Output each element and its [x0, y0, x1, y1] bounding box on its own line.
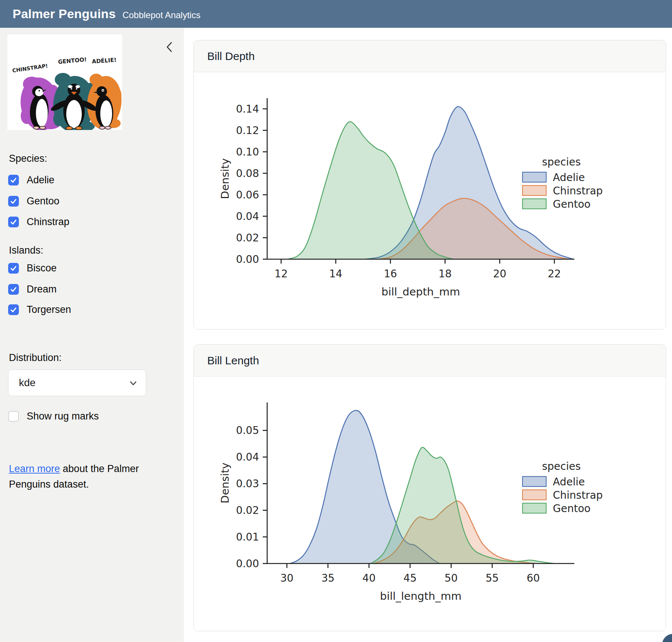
svg-text:14: 14: [329, 268, 343, 280]
sidebar: CHINSTRAP! GENTOO! ADÉLIE! Species: Adel…: [0, 28, 184, 642]
svg-text:Gentoo: Gentoo: [553, 502, 591, 515]
gentoo-checkbox[interactable]: [8, 196, 19, 207]
svg-text:bill_depth_mm: bill_depth_mm: [382, 285, 460, 298]
svg-text:0.04: 0.04: [236, 210, 259, 223]
app-title: Palmer Penguins: [13, 7, 116, 21]
chinstrap-checkbox-label: Chinstrap: [27, 216, 70, 228]
app-header: Palmer Penguins Cobblepot Analytics: [0, 0, 672, 28]
checkbox-row-dream[interactable]: Dream: [8, 284, 57, 295]
bill-length-card: Bill Length 30354045505560bill_length_mm…: [194, 344, 666, 631]
bill-length-density-plot: 30354045505560bill_length_mm0.000.010.02…: [197, 377, 659, 631]
svg-text:20: 20: [493, 268, 507, 280]
bill-depth-card: Bill Depth 121416182022bill_depth_mm0.00…: [194, 40, 666, 330]
svg-text:species: species: [542, 156, 581, 168]
svg-text:0.00: 0.00: [236, 253, 259, 265]
checkbox-row-torgersen[interactable]: Torgersen: [8, 304, 71, 315]
adelie-checkbox-label: Adelie: [27, 174, 54, 186]
species-group-label: Species:: [9, 153, 47, 164]
svg-text:0.00: 0.00: [236, 558, 259, 570]
torgersen-checkbox-label: Torgersen: [27, 304, 71, 315]
svg-text:22: 22: [548, 268, 561, 280]
svg-text:40: 40: [362, 572, 376, 584]
svg-text:0.10: 0.10: [236, 146, 259, 158]
svg-text:0.12: 0.12: [236, 124, 259, 137]
svg-text:Density: Density: [219, 158, 231, 199]
svg-text:species: species: [542, 460, 581, 472]
checkmark-icon: [10, 285, 17, 293]
bill-depth-density-plot: 121416182022bill_depth_mm0.000.020.040.0…: [197, 72, 659, 330]
svg-text:18: 18: [439, 268, 452, 280]
checkmark-icon: [10, 218, 17, 226]
svg-text:Chinstrap: Chinstrap: [553, 185, 603, 197]
dream-checkbox-label: Dream: [27, 284, 57, 295]
svg-text:0.06: 0.06: [236, 189, 259, 201]
svg-text:30: 30: [280, 572, 293, 584]
app-window: Palmer Penguins Cobblepot Analytics: [0, 0, 672, 642]
adelie-checkbox[interactable]: [8, 175, 19, 185]
svg-text:0.08: 0.08: [236, 167, 259, 180]
rug-marks-checkbox-label: Show rug marks: [27, 411, 99, 422]
bill-length-card-header: Bill Length: [194, 345, 666, 377]
svg-text:0.01: 0.01: [236, 531, 259, 543]
penguin-artwork: CHINSTRAP! GENTOO! ADÉLIE!: [7, 34, 122, 130]
sidebar-footer-note: Learn more about the Palmer Penguins dat…: [9, 461, 171, 492]
islands-group-label: Islands:: [9, 245, 43, 256]
svg-text:45: 45: [403, 572, 417, 584]
svg-text:bill_length_mm: bill_length_mm: [380, 590, 462, 602]
svg-text:0.03: 0.03: [236, 478, 259, 490]
svg-text:0.05: 0.05: [236, 424, 259, 437]
svg-text:Adelie: Adelie: [553, 476, 585, 488]
checkmark-icon: [10, 197, 17, 205]
dream-checkbox[interactable]: [8, 284, 19, 295]
bill-depth-card-title: Bill Depth: [207, 50, 255, 63]
checkmark-icon: [10, 264, 17, 272]
svg-text:0.02: 0.02: [236, 504, 259, 516]
distribution-label: Distribution:: [9, 352, 62, 364]
app-subtitle: Cobblepot Analytics: [122, 10, 201, 20]
svg-text:0.14: 0.14: [236, 103, 259, 115]
distribution-select[interactable]: kde: [8, 370, 146, 396]
svg-text:Density: Density: [219, 462, 231, 503]
svg-text:Adelie: Adelie: [553, 171, 585, 184]
checkbox-row-gentoo[interactable]: Gentoo: [8, 195, 60, 207]
learn-more-link[interactable]: Learn more: [9, 463, 60, 474]
svg-text:Chinstrap: Chinstrap: [553, 489, 603, 501]
distribution-selected-value: kde: [19, 377, 36, 389]
gentoo-checkbox-label: Gentoo: [27, 195, 60, 207]
checkmark-icon: [10, 176, 17, 184]
svg-text:16: 16: [384, 268, 397, 280]
bill-length-card-body: 30354045505560bill_length_mm0.000.010.02…: [194, 377, 666, 631]
bill-depth-card-header: Bill Depth: [194, 40, 666, 72]
biscoe-checkbox[interactable]: [8, 263, 19, 274]
svg-text:12: 12: [275, 268, 288, 280]
svg-text:35: 35: [321, 572, 335, 584]
main-content: Bill Depth 121416182022bill_depth_mm0.00…: [184, 28, 672, 642]
svg-text:60: 60: [527, 572, 540, 584]
checkbox-row-adelie[interactable]: Adelie: [8, 174, 54, 186]
checkbox-row-rug-marks[interactable]: Show rug marks: [8, 411, 99, 422]
chevron-down-icon: [128, 378, 138, 388]
svg-text:0.04: 0.04: [236, 451, 259, 463]
svg-text:55: 55: [485, 572, 499, 584]
chevron-left-icon: [164, 40, 175, 54]
biscoe-checkbox-label: Biscoe: [27, 263, 57, 274]
checkbox-row-biscoe[interactable]: Biscoe: [8, 263, 57, 274]
bill-depth-card-body: 121416182022bill_depth_mm0.000.020.040.0…: [194, 72, 666, 330]
bill-length-card-title: Bill Length: [207, 354, 259, 367]
svg-text:50: 50: [444, 572, 458, 584]
chinstrap-checkbox[interactable]: [8, 217, 19, 227]
svg-text:0.02: 0.02: [236, 232, 259, 244]
rug-marks-checkbox[interactable]: [8, 411, 19, 422]
checkmark-icon: [10, 306, 17, 314]
svg-text:Gentoo: Gentoo: [553, 198, 591, 210]
checkbox-row-chinstrap[interactable]: Chinstrap: [8, 216, 70, 228]
sidebar-collapse-button[interactable]: [164, 40, 175, 54]
torgersen-checkbox[interactable]: [8, 304, 19, 315]
